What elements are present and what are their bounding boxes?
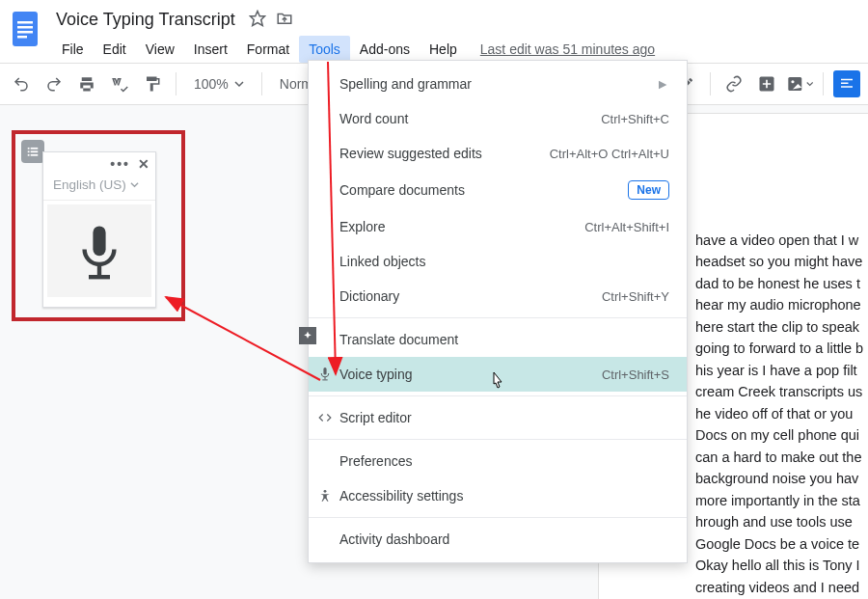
zoom-dropdown[interactable]: 100% [186,72,252,95]
svg-rect-1 [17,21,33,24]
svg-rect-22 [323,368,326,374]
menu-addons[interactable]: Add-ons [350,36,420,63]
svg-rect-13 [31,148,39,150]
menu-view[interactable]: View [136,36,184,63]
undo-icon[interactable] [8,70,35,97]
svg-rect-16 [28,154,30,156]
cursor-pointer-icon [488,370,507,396]
menu-word-count[interactable]: Word count Ctrl+Shift+C [309,101,687,136]
svg-point-25 [324,490,327,493]
menu-tools[interactable]: Tools [299,36,350,63]
align-icon[interactable] [833,70,860,97]
print-icon[interactable] [73,70,100,97]
menu-preferences[interactable]: Preferences [309,444,687,478]
voice-language-label: English (US) [53,177,126,192]
comment-add-icon[interactable] [753,70,780,97]
submenu-arrow-icon: ► [656,76,669,92]
svg-rect-0 [13,12,38,46]
voice-typing-widget[interactable]: ••• ✕ English (US) [42,151,156,308]
close-icon[interactable]: ✕ [138,156,149,172]
svg-rect-23 [324,377,325,380]
svg-rect-24 [322,379,327,380]
menu-format[interactable]: Format [237,36,299,63]
menubar: File Edit View Insert Format Tools Add-o… [52,32,860,63]
new-badge: New [628,180,669,200]
svg-rect-19 [97,264,101,275]
document-body-text: have a video open that I w headset so yo… [695,230,868,599]
svg-rect-20 [89,275,110,279]
svg-rect-14 [28,150,30,152]
mic-button[interactable] [47,204,151,297]
menu-file[interactable]: File [52,36,94,63]
menu-accessibility-settings[interactable]: Accessibility settings [309,478,687,513]
menu-linked-objects[interactable]: Linked objects [309,244,687,279]
menu-review-suggested-edits[interactable]: Review suggested edits Ctrl+Alt+O Ctrl+A… [309,136,687,171]
svg-rect-12 [28,148,30,150]
menu-explore[interactable]: Explore Ctrl+Alt+Shift+I [309,209,687,244]
doc-title[interactable]: Voice Typing Transcript [52,8,239,32]
menu-spelling-grammar[interactable]: Spelling and grammar ► [309,67,687,101]
svg-rect-11 [841,86,853,88]
tools-dropdown: Spelling and grammar ► Word count Ctrl+S… [308,60,688,563]
svg-rect-3 [17,31,33,34]
menu-translate-document[interactable]: Translate document [309,322,687,357]
docs-logo-icon[interactable] [8,8,42,54]
voice-language-dropdown[interactable]: English (US) [43,176,155,201]
spellcheck-icon[interactable] [106,70,133,97]
menu-dictionary[interactable]: Dictionary Ctrl+Shift+Y [309,279,687,313]
image-insert-icon[interactable] [786,70,813,97]
menu-insert[interactable]: Insert [184,36,237,63]
move-icon[interactable] [276,10,293,30]
svg-point-8 [791,80,794,83]
menu-compare-documents[interactable]: Compare documents New [309,171,687,209]
svg-rect-10 [841,83,849,85]
menu-script-editor[interactable]: Script editor [309,400,687,435]
paint-format-icon[interactable] [139,70,166,97]
last-edit-link[interactable]: Last edit was 51 minutes ago [480,41,655,57]
accessibility-icon [316,488,334,504]
explore-badge-icon [299,327,316,344]
svg-rect-2 [17,26,33,29]
widget-more-icon[interactable]: ••• [110,156,130,172]
outline-badge-icon[interactable] [21,140,44,163]
svg-rect-15 [31,150,39,152]
link-icon[interactable] [720,70,747,97]
svg-rect-9 [841,79,853,81]
menu-help[interactable]: Help [420,36,467,63]
star-icon[interactable] [249,10,266,30]
menu-edit[interactable]: Edit [94,36,136,63]
svg-rect-4 [17,36,27,39]
script-icon [316,411,334,424]
redo-icon[interactable] [41,70,68,97]
svg-rect-18 [93,226,105,256]
zoom-value: 100% [194,76,229,92]
menu-activity-dashboard[interactable]: Activity dashboard [309,522,687,557]
mic-icon [316,367,334,382]
svg-marker-5 [250,12,264,26]
svg-rect-17 [31,154,39,156]
